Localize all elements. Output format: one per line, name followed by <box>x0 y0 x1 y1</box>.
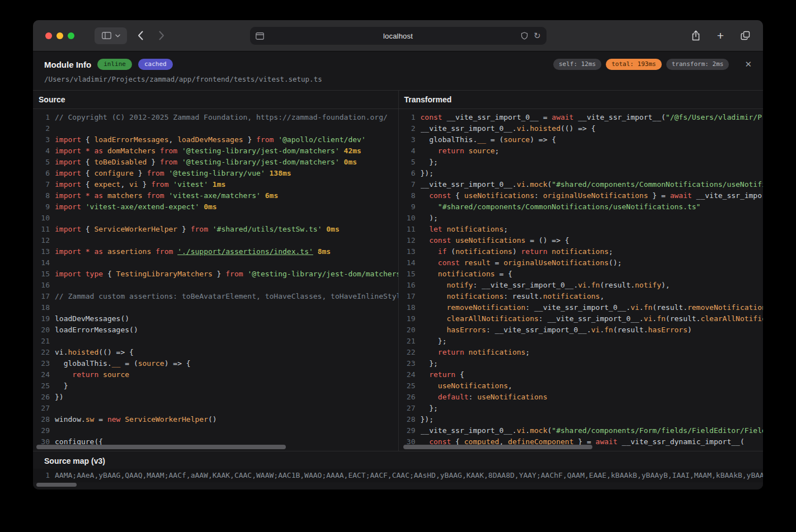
code-line: 28window.sw = new ServiceWorkerHelper() <box>36 414 398 425</box>
sourcemap-line: 1 AAMA;AAeA,yBAAG,QAAQ,MAAM;AACf,aAAW,KA… <box>33 469 763 482</box>
code-line: 3import { loadErrorMessages, loadDevMess… <box>36 134 398 145</box>
code-line: 2__vite_ssr_import_0__.vi.hoisted(() => … <box>402 123 764 134</box>
module-file-path: /Users/vladimir/Projects/zammad/app/fron… <box>44 75 752 83</box>
code-line: 20 hasErrors: __vite_ssr_import_0__.vi.f… <box>402 324 764 336</box>
back-button[interactable] <box>133 27 148 44</box>
sourcemap-horizontal-scrollbar[interactable] <box>36 483 77 487</box>
code-line: 24 return { <box>402 369 764 380</box>
code-line: 15import type { TestingLibraryMatchers }… <box>36 269 398 280</box>
code-line: 11import { ServiceWorkerHelper } from '#… <box>36 224 398 235</box>
sourcemap-scroll-zone <box>33 482 763 488</box>
transformed-code: 1const __vite_ssr_import_0__ = await __v… <box>399 109 764 451</box>
code-line: 14 const result = originalUseNotificatio… <box>402 257 764 269</box>
code-line: 28}); <box>402 414 764 425</box>
new-tab-button[interactable]: + <box>714 29 727 43</box>
code-line: 19loadDevMessages() <box>36 313 398 324</box>
code-line: 19 clearAllNotifications: __vite_ssr_imp… <box>402 313 764 324</box>
source-panel: Source 1// Copyright (C) 2012-2025 Zamma… <box>33 91 398 451</box>
sourcemap-section: Source map (v3) 1 AAMA;AAeA,yBAAG,QAAQ,M… <box>33 451 763 489</box>
code-line: 26 default: useNotifications <box>402 392 764 403</box>
source-horizontal-scrollbar[interactable] <box>36 445 286 449</box>
code-line: 20loadErrorMessages() <box>36 324 398 336</box>
zoom-window-button[interactable] <box>68 32 74 39</box>
total-time-badge: total: 193ms <box>606 59 661 70</box>
url-field[interactable]: localhost ↻ <box>250 27 547 45</box>
code-line: 17 notifications: result.notifications, <box>402 291 764 302</box>
transformed-panel-title: Transformed <box>399 91 764 109</box>
code-line: 24 return source <box>36 369 398 380</box>
code-line: 29__vite_ssr_import_0__.vi.mock("#shared… <box>402 425 764 436</box>
code-line: 4import * as domMatchers from '@testing-… <box>36 145 398 157</box>
code-line: 6import { configure } from '@testing-lib… <box>36 168 398 179</box>
code-line: 11 let notifications; <box>402 224 764 235</box>
browser-window: localhost ↻ + Module Info inline c <box>33 20 763 489</box>
traffic-lights <box>45 32 74 39</box>
code-line: 15 notifications = { <box>402 269 764 280</box>
source-code: 1// Copyright (C) 2012-2025 Zammad Found… <box>33 109 398 451</box>
code-line: 10 <box>36 213 398 224</box>
code-line: 22 return notifications; <box>402 347 764 358</box>
code-line: 7import { expect, vi } from 'vitest' 1ms <box>36 179 398 190</box>
self-time-badge: self: 12ms <box>553 59 601 70</box>
tabs-icon <box>741 31 750 40</box>
code-line: 16 notify: __vite_ssr_import_0__.vi.fn(r… <box>402 280 764 291</box>
transformed-horizontal-scrollbar[interactable] <box>403 445 592 449</box>
forward-button[interactable] <box>154 27 169 44</box>
reload-button[interactable]: ↻ <box>534 32 541 40</box>
page-title: Module Info <box>44 60 91 69</box>
close-window-button[interactable] <box>45 32 52 39</box>
code-line: 22vi.hoisted(() => { <box>36 347 398 358</box>
sourcemap-line-number: 1 <box>36 470 50 481</box>
sidebar-icon <box>102 32 111 39</box>
code-line: 25 useNotifications, <box>402 380 764 392</box>
chevron-left-icon <box>138 31 143 40</box>
code-line: 27 }; <box>402 403 764 414</box>
sourcemap-title: Source map (v3) <box>33 451 763 469</box>
source-panel-title: Source <box>33 91 398 109</box>
tabs-overview-button[interactable] <box>738 29 752 43</box>
browser-toolbar: localhost ↻ + <box>33 20 763 51</box>
code-line: 16 <box>36 280 398 291</box>
toolbar-actions: + <box>689 29 752 43</box>
code-line: 9 "#shared/components/CommonNotification… <box>402 201 764 213</box>
minimize-window-button[interactable] <box>56 32 63 39</box>
privacy-shield-icon[interactable] <box>521 32 528 40</box>
inline-badge: inline <box>97 59 132 70</box>
code-line: 13 if (notifications) return notificatio… <box>402 246 764 257</box>
chevron-right-icon <box>159 31 164 40</box>
code-line: 12 const useNotifications = () => { <box>402 235 764 246</box>
code-line: 2 <box>36 123 398 134</box>
code-line: 17// Zammad custom assertions: toBeAvata… <box>36 291 398 302</box>
code-line: 3 globalThis.__ = (source) => { <box>402 134 764 145</box>
close-module-info-button[interactable]: ✕ <box>745 60 752 69</box>
sourcemap-mappings: AAMA;AAeA,yBAAG,QAAQ,MAAM;AACf,aAAW,KAAK… <box>55 470 763 481</box>
code-line: 23 globalThis.__ = (source) => { <box>36 358 398 369</box>
code-line: 5 }; <box>402 157 764 168</box>
code-line: 18 <box>36 302 398 313</box>
module-info-header: Module Info inline cached self: 12ms tot… <box>33 51 763 91</box>
code-line: 1const __vite_ssr_import_0__ = await __v… <box>402 112 764 123</box>
page-icon <box>256 32 264 40</box>
code-line: 12 <box>36 235 398 246</box>
code-line: 4 return source; <box>402 145 764 157</box>
chevron-down-icon <box>115 34 120 37</box>
code-line: 14 <box>36 257 398 269</box>
code-panels: Source 1// Copyright (C) 2012-2025 Zamma… <box>33 91 763 451</box>
code-line: 9import 'vitest-axe/extend-expect' 0ms <box>36 201 398 213</box>
code-line: 21 }; <box>402 336 764 347</box>
sidebar-toggle-button[interactable] <box>95 27 127 44</box>
transform-time-badge: transform: 2ms <box>666 59 729 70</box>
code-line: 29 <box>36 425 398 436</box>
code-line: 6}); <box>402 168 764 179</box>
cached-badge: cached <box>138 59 173 70</box>
code-line: 8import * as matchers from 'vitest-axe/m… <box>36 190 398 201</box>
share-icon <box>691 30 700 41</box>
code-line: 23 }; <box>402 358 764 369</box>
module-inspect-page: Module Info inline cached self: 12ms tot… <box>33 51 763 489</box>
code-line: 25 } <box>36 380 398 392</box>
code-line: 8 const { useNotifications: originalUseN… <box>402 190 764 201</box>
share-button[interactable] <box>689 29 703 43</box>
url-text: localhost <box>280 32 516 40</box>
code-line: 13import * as assertions from './support… <box>36 246 398 257</box>
transformed-panel: Transformed 1const __vite_ssr_import_0__… <box>398 91 764 451</box>
